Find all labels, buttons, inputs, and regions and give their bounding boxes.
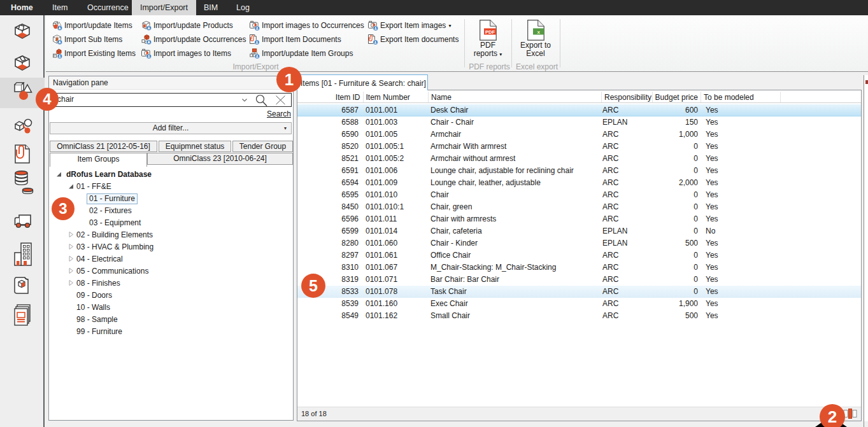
svg-text:x: x: [537, 29, 540, 35]
svg-text:PDF: PDF: [485, 29, 495, 35]
